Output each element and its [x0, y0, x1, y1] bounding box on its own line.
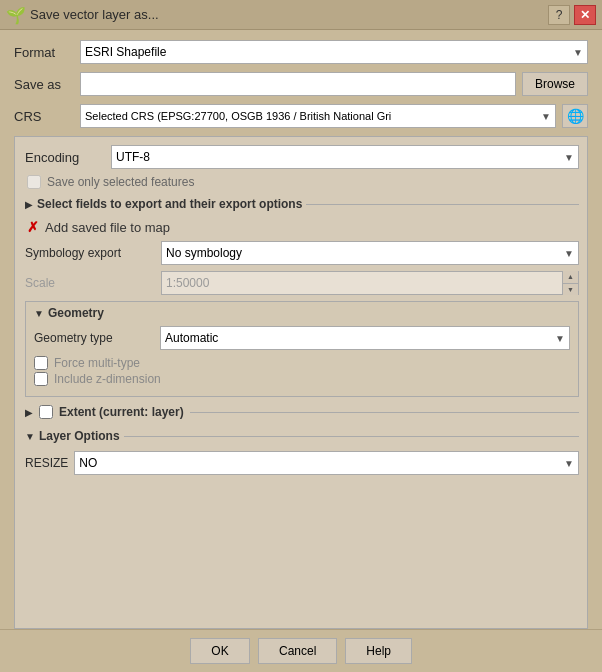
geometry-type-combo[interactable]: Automatic Point Line Polygon MultiPoint …	[160, 326, 570, 350]
layer-options-arrow[interactable]: ▼	[25, 431, 35, 442]
format-combo[interactable]: ESRI Shapefile GeoJSON KML ▼	[80, 40, 588, 64]
scale-row: Scale ▲ ▼	[25, 271, 579, 295]
save-as-row: Save as Browse	[14, 72, 588, 96]
add-to-map-label: Add saved file to map	[45, 220, 170, 235]
geometry-type-label: Geometry type	[34, 331, 154, 345]
geometry-section: ▼ Geometry Geometry type Automatic Point…	[25, 301, 579, 397]
ok-button[interactable]: OK	[190, 638, 250, 664]
select-fields-arrow[interactable]: ▶	[25, 199, 33, 210]
geometry-type-select[interactable]: Automatic Point Line Polygon MultiPoint …	[161, 327, 569, 349]
encoding-row: Encoding UTF-8 ASCII ISO-8859-1 ▼	[25, 145, 579, 169]
geometry-arrow[interactable]: ▼	[34, 308, 44, 319]
resize-label: RESIZE	[25, 456, 68, 470]
geometry-type-row: Geometry type Automatic Point Line Polyg…	[34, 326, 570, 350]
browse-button[interactable]: Browse	[522, 72, 588, 96]
symbology-row: Symbology export No symbology Feature sy…	[25, 241, 579, 265]
format-row: Format ESRI Shapefile GeoJSON KML ▼	[14, 40, 588, 64]
scale-label: Scale	[25, 276, 155, 290]
encoding-select[interactable]: UTF-8 ASCII ISO-8859-1	[112, 146, 578, 168]
title-bar-left: 🌱 Save vector layer as...	[6, 6, 159, 24]
select-fields-header: ▶ Select fields to export and their expo…	[25, 197, 579, 211]
help-title-button[interactable]: ?	[548, 5, 570, 25]
include-z-row: Include z-dimension	[34, 372, 570, 386]
include-z-checkbox[interactable]	[34, 372, 48, 386]
scale-input[interactable]	[162, 276, 562, 290]
layer-options-header: ▼ Layer Options	[25, 429, 579, 443]
extent-line	[190, 412, 579, 413]
save-selected-row: Save only selected features	[25, 175, 579, 189]
resize-select[interactable]: NO YES	[75, 452, 578, 474]
extent-arrow[interactable]: ▶	[25, 407, 33, 418]
format-select[interactable]: ESRI Shapefile GeoJSON KML	[81, 41, 587, 63]
include-z-label: Include z-dimension	[54, 372, 161, 386]
cancel-button[interactable]: Cancel	[258, 638, 337, 664]
help-button[interactable]: Help	[345, 638, 412, 664]
scroll-panel: Encoding UTF-8 ASCII ISO-8859-1 ▼ Save o…	[14, 136, 588, 629]
crs-combo[interactable]: Selected CRS (EPSG:27700, OSGB 1936 / Br…	[80, 104, 556, 128]
crs-row: CRS Selected CRS (EPSG:27700, OSGB 1936 …	[14, 104, 588, 128]
geometry-title: Geometry	[48, 306, 104, 320]
crs-select[interactable]: Selected CRS (EPSG:27700, OSGB 1936 / Br…	[81, 105, 555, 127]
encoding-label: Encoding	[25, 150, 105, 165]
save-vector-dialog: 🌱 Save vector layer as... ? ✕ Format ESR…	[0, 0, 602, 672]
resize-row: RESIZE NO YES ▼	[25, 451, 579, 475]
resize-combo[interactable]: NO YES ▼	[74, 451, 579, 475]
symbology-combo[interactable]: No symbology Feature symbology Symbol la…	[161, 241, 579, 265]
scroll-content: Encoding UTF-8 ASCII ISO-8859-1 ▼ Save o…	[15, 137, 587, 628]
close-button[interactable]: ✕	[574, 5, 596, 25]
encoding-combo[interactable]: UTF-8 ASCII ISO-8859-1 ▼	[111, 145, 579, 169]
add-to-map-check-icon: ✗	[27, 219, 39, 235]
globe-crs-button[interactable]: 🌐	[562, 104, 588, 128]
select-fields-line	[306, 204, 579, 205]
add-to-map-row: ✗ Add saved file to map	[25, 219, 579, 235]
symbology-select[interactable]: No symbology Feature symbology Symbol la…	[162, 242, 578, 264]
force-multi-row: Force multi-type	[34, 356, 570, 370]
layer-options-line	[124, 436, 579, 437]
geometry-header: ▼ Geometry	[34, 306, 570, 320]
save-selected-label: Save only selected features	[47, 175, 194, 189]
footer: OK Cancel Help	[0, 629, 602, 672]
title-bar: 🌱 Save vector layer as... ? ✕	[0, 0, 602, 30]
scale-spinner: ▲ ▼	[562, 271, 578, 295]
save-selected-checkbox[interactable]	[27, 175, 41, 189]
save-as-input[interactable]	[80, 72, 516, 96]
format-label: Format	[14, 45, 74, 60]
crs-label: CRS	[14, 109, 74, 124]
extent-checkbox[interactable]	[39, 405, 53, 419]
title-bar-controls: ? ✕	[548, 5, 596, 25]
scale-input-container: ▲ ▼	[161, 271, 579, 295]
symbology-label: Symbology export	[25, 246, 155, 260]
extent-row: ▶ Extent (current: layer)	[25, 405, 579, 419]
dialog-title: Save vector layer as...	[30, 7, 159, 22]
app-icon: 🌱	[6, 6, 24, 24]
save-as-label: Save as	[14, 77, 74, 92]
force-multi-label: Force multi-type	[54, 356, 140, 370]
extent-label: Extent (current: layer)	[59, 405, 184, 419]
select-fields-title: Select fields to export and their export…	[37, 197, 302, 211]
main-content: Format ESRI Shapefile GeoJSON KML ▼ Save…	[0, 30, 602, 629]
scale-up-button[interactable]: ▲	[563, 271, 578, 284]
layer-options-title: Layer Options	[39, 429, 120, 443]
scale-down-button[interactable]: ▼	[563, 284, 578, 296]
force-multi-checkbox[interactable]	[34, 356, 48, 370]
